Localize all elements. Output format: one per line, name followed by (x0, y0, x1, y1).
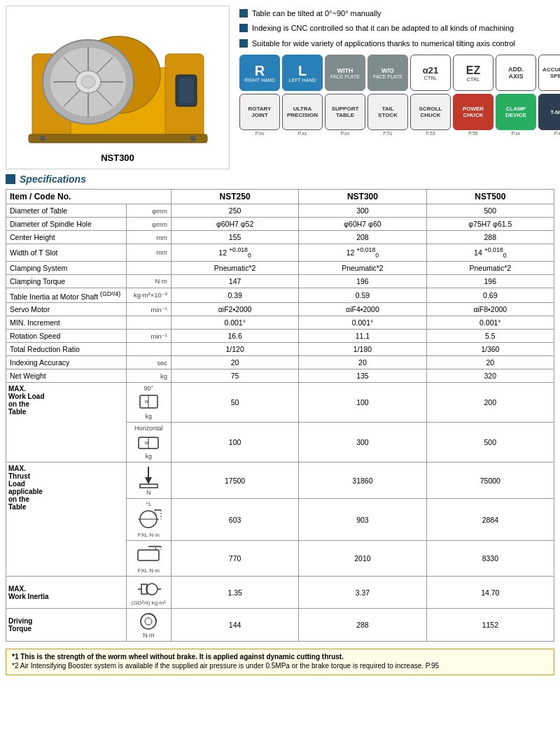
thrust-FXL2-nst300: 2010 (299, 541, 426, 577)
row-nst500: 14 +0.0180 (426, 244, 554, 262)
product-image-box: NST300 (6, 6, 230, 169)
table-row: MIN. Increment 0.001° 0.001° 0.001° (6, 316, 554, 330)
specs-title: Specifications (20, 174, 86, 185)
option-CLAMP: CLAMPDEVICE P.xx (496, 94, 536, 136)
option-badge-WO[interactable]: W/O FACE PLATE (368, 55, 408, 91)
option-ROTARY-JOINT-code: P.xx (255, 131, 265, 136)
option-badge-ULTRA[interactable]: ULTRAPRECISION (282, 94, 323, 130)
row-nst300: 0.001° (299, 316, 426, 330)
driving-diagram (136, 611, 161, 632)
specs-header-bullet (6, 174, 15, 184)
option-badge-ROTARY-JOINT[interactable]: ROTARYJOINT (239, 94, 280, 130)
option-L: L LEFT HAND (282, 55, 323, 91)
option-ACCURACY-label: ACCURACYSPEC. (542, 66, 560, 79)
option-badge-ADD-AXIS[interactable]: ADD.AXIS (496, 55, 536, 91)
row-nst300: 20 (299, 356, 426, 369)
option-WO-label: W/O (382, 67, 394, 74)
row-nst300: 196 (299, 274, 426, 288)
table-row: Servo Motor min⁻¹ αiF2•2000 αiF4•2000 αi… (6, 303, 554, 316)
option-badge-a21[interactable]: α21 CTRL (410, 55, 451, 91)
option-POWER-label: POWERCHUCK (463, 106, 484, 118)
option-R: R RIGHT HAND (239, 55, 280, 91)
thrust-FXL1-nst500: 2884 (426, 499, 554, 541)
table-row: Clamping Torque N·m 147 196 196 (6, 274, 554, 288)
features-list: Table can be tilted at 0°~90° manually I… (239, 8, 560, 49)
option-SUPPORT-label: SUPPORTTABLE (332, 106, 359, 118)
row-nst250: 1/120 (171, 343, 298, 356)
svg-rect-14 (29, 134, 207, 143)
features-options-box: Table can be tilted at 0°~90° manually I… (237, 6, 560, 169)
footnote-1: *1 This is the strength of the worm whee… (12, 653, 548, 661)
thrust-FXL1-desc: *1 L FXL N·m (126, 499, 171, 541)
col-nst300: NST300 (299, 190, 426, 204)
option-badge-CLAMP[interactable]: CLAMPDEVICE (496, 94, 536, 130)
option-badge-SUPPORT[interactable]: SUPPORTTABLE (325, 94, 365, 130)
option-badge-L[interactable]: L LEFT HAND (282, 55, 323, 91)
option-badge-ACCURACY[interactable]: ACCURACYSPEC. (538, 55, 560, 91)
option-badge-R[interactable]: R RIGHT HAND (239, 55, 280, 91)
option-TNUT-label: T-NUT (550, 109, 560, 115)
option-SUPPORT: SUPPORTTABLE P.xx (325, 94, 365, 136)
table-row: Diameter of Spindle Hole φmm φ60H7 φ52 φ… (6, 218, 554, 231)
option-badge-EZ[interactable]: EZ CTRL (453, 55, 493, 91)
footnotes: *1 This is the strength of the worm whee… (6, 649, 554, 675)
row-unit: φmm (126, 204, 171, 218)
thrust-N-nst500: 75000 (426, 463, 554, 499)
option-CLAMP-code: P.xx (512, 131, 521, 136)
row-unit: mm (126, 244, 171, 262)
thrust-N-diagram (136, 465, 161, 489)
row-nst250: 20 (171, 356, 298, 369)
option-ULTRA: ULTRAPRECISION P.xx (282, 94, 323, 136)
workload-horiz-diagram: w (136, 432, 161, 453)
thrust-FXL1-nst250: 603 (171, 499, 298, 541)
row-nst500: 0.001° (426, 316, 554, 330)
workload-90-nst250: 50 (171, 383, 298, 423)
row-item: Table Inertia at Motor Shaft (GD²/4) (6, 288, 127, 303)
row-nst250: 16.6 (171, 330, 298, 343)
row-nst300: 135 (299, 369, 426, 383)
svg-rect-13 (179, 78, 193, 103)
row-item: Diameter of Table (6, 204, 127, 218)
table-row: Table Inertia at Motor Shaft (GD²/4) kg·… (6, 288, 554, 303)
option-badge-TAIL[interactable]: TAILSTOCK (368, 94, 408, 130)
option-L-sub: LEFT HAND (289, 78, 316, 83)
option-WO: W/O FACE PLATE (368, 55, 408, 91)
option-R-sub: RIGHT HAND (244, 78, 274, 83)
workload-horiz-nst300: 300 (299, 423, 426, 463)
option-TNUT: T-NUT P.xx (538, 94, 560, 136)
col-nst250: NST250 (171, 190, 298, 204)
feature-text-1: Table can be tilted at 0°~90° manually (252, 8, 382, 19)
option-TAIL-code: P.51 (383, 131, 393, 136)
table-row: Total Reduction Ratio 1/120 1/180 1/360 (6, 343, 554, 356)
feature-text-3: Suitable for wide variety of application… (252, 38, 515, 49)
row-nst250: 155 (171, 231, 298, 244)
svg-text:w: w (144, 440, 149, 445)
option-badge-WITH[interactable]: WITH FACE PLATE (325, 55, 365, 91)
thrust-FXL1-diagram: L (134, 507, 162, 532)
option-badge-TNUT[interactable]: T-NUT (538, 94, 560, 130)
workload-label: MAX.Work Loadon theTable (6, 383, 127, 463)
options-row-1: R RIGHT HAND L LEFT HAND WITH FACE PLATE… (239, 55, 560, 91)
top-section: NST300 Table can be tilted at 0°~90° man… (0, 0, 560, 169)
driving-nst300: 288 (299, 609, 426, 642)
row-nst500: 20 (426, 356, 554, 369)
option-SCROLL: SCROLLCHUCK P.53 (410, 94, 451, 136)
driving-nst500: 1152 (426, 609, 554, 642)
thrust-N-nst250: 17500 (171, 463, 298, 499)
option-badge-SCROLL[interactable]: SCROLLCHUCK (410, 94, 451, 130)
row-unit: mm (126, 231, 171, 244)
svg-marker-24 (145, 477, 152, 484)
row-nst250: φ60H7 φ52 (171, 218, 298, 231)
row-item: Clamping Torque (6, 274, 127, 288)
row-nst300: 208 (299, 231, 426, 244)
row-item: Rotation Speed (6, 330, 127, 343)
row-nst500: φ75H7 φ61.5 (426, 218, 554, 231)
inertia-label: MAX.Work Inertia (6, 577, 127, 609)
row-unit: φmm (126, 218, 171, 231)
row-nst500: 500 (426, 204, 554, 218)
option-badge-POWER[interactable]: POWERCHUCK (453, 94, 493, 130)
row-unit: min⁻¹ (126, 330, 171, 343)
thrust-FXL2-nst250: 770 (171, 541, 298, 577)
inertia-row: MAX.Work Inertia (GD²/4) kg·m² 1.35 3 (6, 577, 554, 609)
workload-title: MAX.Work Loadon theTable (8, 385, 124, 416)
